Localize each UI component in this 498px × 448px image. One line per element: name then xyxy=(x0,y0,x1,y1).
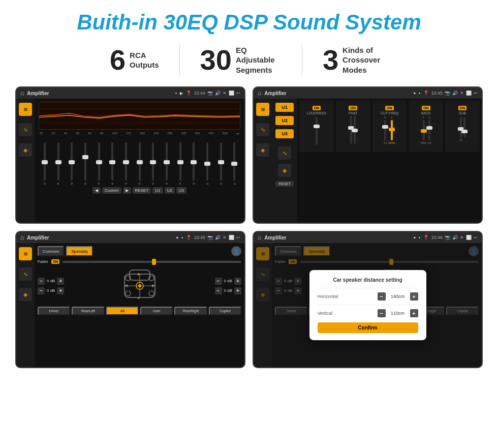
spec-filter-icon[interactable]: ≋ xyxy=(19,247,32,260)
dist-time: 10:46 xyxy=(431,235,443,240)
screen-distance: ⌂ Amplifier ■ ● 📍 10:46 📷 🔊 ✕ ⬜ ↩ ≋ xyxy=(253,231,483,368)
eq-next-btn[interactable]: ▶ xyxy=(123,187,131,194)
eq-wave-icon[interactable]: ∿ xyxy=(19,123,32,136)
amp-speaker2-icon[interactable]: ◈ xyxy=(278,164,291,177)
amp-u1-btn[interactable]: U1 xyxy=(275,103,294,112)
eq-sliders: 0 0 0 5 xyxy=(39,137,240,185)
plus-btn-fl[interactable]: + xyxy=(57,278,64,285)
amp-back-icon[interactable]: ↩ xyxy=(474,91,478,96)
minus-btn-fr[interactable]: − xyxy=(215,278,222,285)
amp-home-icon[interactable]: ⌂ xyxy=(258,89,261,97)
plus-btn-rr[interactable]: + xyxy=(234,287,241,294)
amp-location-icon: 📍 xyxy=(423,91,429,96)
db-val-fr: 0 dB xyxy=(224,279,232,283)
eq-u1-btn[interactable]: U1 xyxy=(152,187,163,194)
eq-slider-6: 0 xyxy=(120,142,132,185)
plus-btn-rl[interactable]: + xyxy=(57,287,64,294)
eq-slider-9: 0 xyxy=(161,142,173,185)
amp-bass-on[interactable]: ON xyxy=(422,106,430,110)
speaker-controls-left: − 0 dB + − 0 dB + xyxy=(38,278,64,294)
rearleft-btn[interactable]: RearLeft xyxy=(72,307,104,315)
spec-volume-icon: 🔊 xyxy=(215,235,221,240)
driver-btn[interactable]: Driver xyxy=(38,307,70,315)
dist-close-icon[interactable]: ✕ xyxy=(460,235,464,240)
eq-slider-3: 5 xyxy=(79,142,91,185)
amp-content: ≋ ∿ ◈ U1 U2 U3 ∿ ◈ RESET ON xyxy=(254,99,482,223)
tab-common[interactable]: Common xyxy=(38,246,64,256)
eq-prev-btn[interactable]: ◀ xyxy=(92,187,101,194)
profile-icon[interactable]: 👤 xyxy=(231,246,241,256)
stat-text-rca: RCAOutputs xyxy=(130,50,159,70)
eq-main-area: 25 32 40 50 63 80 100 125 160 200 250 32… xyxy=(35,99,244,223)
dist-back-icon[interactable]: ↩ xyxy=(474,235,478,240)
eq-graph xyxy=(39,102,240,130)
page-container: Buith-in 30EQ DSP Sound System 6 RCAOutp… xyxy=(0,0,498,378)
fader-row: Fader ON xyxy=(38,259,241,264)
spec-home-icon[interactable]: ⌂ xyxy=(20,234,24,241)
eq-u2-btn[interactable]: U2 xyxy=(165,187,175,194)
minus-btn-rr[interactable]: − xyxy=(215,287,222,294)
fader-slider[interactable] xyxy=(63,261,241,263)
close-icon[interactable]: ✕ xyxy=(223,91,227,96)
dialog-vertical-label: Vertical xyxy=(318,311,348,316)
minus-btn-rl[interactable]: − xyxy=(38,287,45,294)
amp-sub: ON SUB 20 xyxy=(445,101,480,152)
user-btn[interactable]: User xyxy=(140,307,173,315)
amp-close-icon[interactable]: ✕ xyxy=(460,91,464,96)
spec-close-icon[interactable]: ✕ xyxy=(223,235,227,240)
eq-reset-btn[interactable]: RESET xyxy=(133,187,151,194)
dist-topbar: ⌂ Amplifier ■ ● 📍 10:46 📷 🔊 ✕ ⬜ ↩ xyxy=(254,232,482,243)
amp-phat-on[interactable]: ON xyxy=(349,106,357,110)
copilot-btn[interactable]: Copilot xyxy=(209,307,241,315)
db-control-fr: − 0 dB + xyxy=(215,278,241,285)
spec-time: 10:46 xyxy=(194,235,205,240)
spec-back-icon[interactable]: ↩ xyxy=(236,235,240,240)
amp-u3-btn[interactable]: U3 xyxy=(275,129,294,138)
amp-bass: ON BASS F 90Hz xyxy=(409,101,443,152)
svg-text:▲: ▲ xyxy=(137,272,141,276)
eq-speaker-icon[interactable]: ◈ xyxy=(19,143,32,157)
back-icon[interactable]: ↩ xyxy=(236,91,240,96)
eq-preset-custom[interactable]: Custom xyxy=(102,187,121,194)
amp-camera-icon: 📷 xyxy=(445,91,450,96)
confirm-button[interactable]: Confirm xyxy=(318,322,418,333)
svg-point-12 xyxy=(138,284,141,287)
amp-u2-btn[interactable]: U2 xyxy=(275,116,294,125)
amp-loudness-on[interactable]: ON xyxy=(313,106,321,110)
dialog-horizontal-minus[interactable]: − xyxy=(378,292,386,301)
fader-on-badge[interactable]: ON xyxy=(51,259,60,264)
tab-specialty[interactable]: Specialty xyxy=(66,246,92,256)
spec-speaker-icon[interactable]: ◈ xyxy=(19,288,32,301)
amp-wave-icon[interactable]: ∿ xyxy=(256,123,269,136)
db-val-fl: 0 dB xyxy=(47,279,55,283)
eq-content: ≋ ∿ ◈ xyxy=(16,99,244,223)
home-icon[interactable]: ⌂ xyxy=(20,89,24,97)
amp-controls-row: ON LOUDNESS ON PHAT xyxy=(299,101,480,152)
minus-btn-fl[interactable]: − xyxy=(38,278,45,285)
amp-reset-btn[interactable]: RESET xyxy=(275,181,293,187)
dialog-horizontal-value: 140cm xyxy=(388,294,408,299)
dist-home-icon[interactable]: ⌂ xyxy=(258,234,261,241)
dist-dot2: ● xyxy=(419,236,421,239)
plus-btn-fr[interactable]: + xyxy=(234,278,241,285)
eq-u3-btn[interactable]: U3 xyxy=(176,187,186,194)
amp-cutfreq-on[interactable]: ON xyxy=(385,106,394,110)
dialog-vertical-minus[interactable]: − xyxy=(378,309,386,317)
amp-filter-icon[interactable]: ≋ xyxy=(256,103,269,116)
db-control-rr: − 0 dB + xyxy=(215,287,241,294)
db-control-rl: − 0 dB + xyxy=(38,287,64,294)
amp-sub-on[interactable]: ON xyxy=(458,106,467,110)
rearright-btn[interactable]: RearRight xyxy=(174,307,207,315)
speaker-layout: − 0 dB + − 0 dB + xyxy=(38,268,241,304)
dialog-vertical-plus[interactable]: + xyxy=(410,309,418,317)
spec-wave-icon[interactable]: ∿ xyxy=(19,267,32,281)
amp-speaker-icon[interactable]: ◈ xyxy=(256,143,269,157)
specialty-main: Common Specialty 👤 Fader ON xyxy=(35,243,244,367)
amp-wave2-icon[interactable]: ∿ xyxy=(278,146,291,160)
all-btn[interactable]: All xyxy=(106,307,139,315)
eq-filter-icon[interactable]: ≋ xyxy=(19,103,32,116)
dialog-horizontal-plus[interactable]: + xyxy=(410,292,418,301)
screen-eq: ⌂ Amplifier ● ▶ 📍 10:44 📷 🔊 ✕ ⬜ ↩ ≋ ∿ xyxy=(15,86,245,224)
spec-window-icon: ⬜ xyxy=(229,235,234,240)
dialog-overlay: Car speaker distance setting Horizontal … xyxy=(254,243,482,367)
